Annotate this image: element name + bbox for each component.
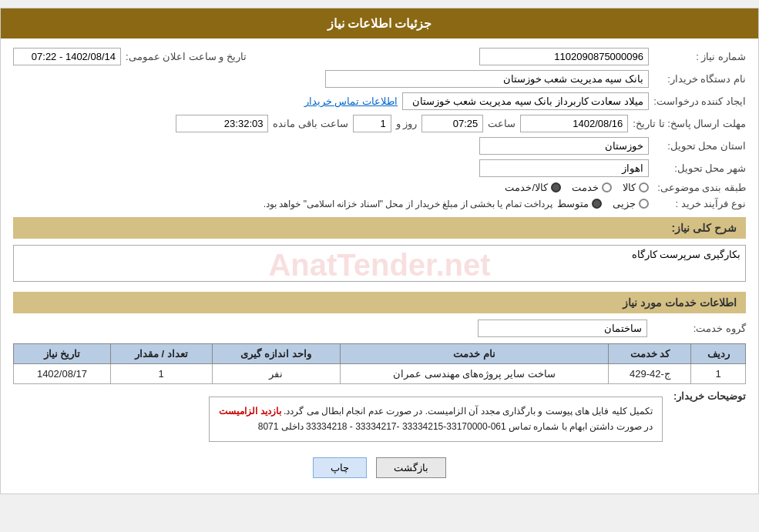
creator-input <box>402 92 649 110</box>
col-qty: تعداد / مقدار <box>110 344 212 364</box>
description-area: AnatTender.net بکارگیری سرپرست کارگاه <box>13 245 746 284</box>
remaining-time-input <box>176 115 268 132</box>
buyer-desc-bold: بازدید الزامیست <box>219 406 280 417</box>
services-section-title: اطلاعات خدمات مورد نیاز <box>13 292 746 313</box>
buyer-desc-text: تکمیل کلیه فایل های پیوست و بارگذاری مجد… <box>284 406 653 417</box>
back-button[interactable]: بازگشت <box>376 457 446 478</box>
announce-date-label: تاریخ و ساعت اعلان عمومی: <box>126 51 247 62</box>
category-option-khedmat: خدمت <box>572 182 612 193</box>
remaining-label: ساعت باقی مانده <box>273 118 348 129</box>
days-input <box>353 115 391 132</box>
buttons-row: بازگشت چاپ <box>13 457 746 478</box>
buyer-org-label: نام دستگاه خریدار: <box>653 73 746 85</box>
purchase-type-radio-group: جزیی متوسط <box>557 198 649 209</box>
creator-label: ایجاد کننده درخواست: <box>653 95 746 107</box>
buyer-desc-box: تکمیل کلیه فایل های پیوست و بارگذاری مجد… <box>209 396 663 442</box>
radio-khedmat-icon <box>602 182 612 192</box>
page-title: جزئیات اطلاعات نیاز <box>1 8 758 38</box>
purchase-jozi-label: جزیی <box>613 198 636 209</box>
buyer-org-input <box>325 70 649 88</box>
cell-unit: نفر <box>212 364 340 384</box>
col-name: نام خدمت <box>340 344 609 364</box>
need-number-input <box>479 48 649 65</box>
province-label: استان محل تحویل: <box>653 140 746 152</box>
services-table: ردیف کد خدمت نام خدمت واحد اندازه گیری ت… <box>13 343 746 384</box>
category-kala-khedmat-label: کالا/خدمت <box>505 182 548 193</box>
category-option-kala-khedmat: کالا/خدمت <box>505 182 561 193</box>
description-section-title: شرح کلی نیاز: <box>13 217 746 239</box>
category-label: طبقه بندی موضوعی: <box>653 182 746 193</box>
response-time-input <box>421 115 483 132</box>
table-row: 1 ج-42-429 ساخت سایر پروژه‌های مهندسی عم… <box>14 364 746 384</box>
purchase-type-label: نوع فرآیند خرید : <box>653 198 746 209</box>
col-date: تاریخ نیاز <box>14 344 111 364</box>
buyer-desc-row: توضیحات خریدار: تکمیل کلیه فایل های پیوس… <box>13 390 746 448</box>
purchase-type-jozi: جزیی <box>613 198 649 209</box>
purchase-type-note: پرداخت تمام یا بخشی از مبلغ خریدار از مح… <box>13 199 552 209</box>
service-group-input <box>478 320 647 337</box>
cell-name: ساخت سایر پروژه‌های مهندسی عمران <box>340 364 609 384</box>
need-number-label: شماره نیاز : <box>653 51 746 62</box>
description-textarea: بکارگیری سرپرست کارگاه <box>13 245 746 282</box>
print-button[interactable]: چاپ <box>313 457 367 478</box>
announce-date-input <box>13 48 121 65</box>
purchase-motavaset-label: متوسط <box>557 198 589 209</box>
cell-qty: 1 <box>110 364 212 384</box>
category-khedmat-label: خدمت <box>572 182 599 193</box>
col-row: ردیف <box>691 344 746 364</box>
response-date-input <box>520 115 628 132</box>
cell-date: 1402/08/17 <box>14 364 111 384</box>
category-kala-label: کالا <box>623 182 636 193</box>
city-label: شهر محل تحویل: <box>653 162 746 174</box>
response-deadline-label: مهلت ارسال پاسخ: تا تاریخ: <box>633 118 746 129</box>
cell-code: ج-42-429 <box>609 364 691 384</box>
radio-kala-khedmat-icon <box>551 182 561 192</box>
col-unit: واحد اندازه گیری <box>212 344 340 364</box>
contact-link[interactable]: اطلاعات تماس خریدار <box>304 95 398 107</box>
response-time-label: ساعت <box>488 118 516 129</box>
category-option-kala: کالا <box>623 182 649 193</box>
province-input <box>479 137 649 155</box>
buyer-desc-text2: در صورت داشتن ابهام با شماره تماس 061-33… <box>258 421 653 432</box>
category-radio-group: کالا خدمت کالا/خدمت <box>505 182 649 193</box>
buyer-desc-label: توضیحات خریدار: <box>673 390 746 402</box>
radio-motavaset-icon <box>592 199 602 209</box>
city-input <box>479 159 649 177</box>
purchase-type-motavaset: متوسط <box>557 198 602 209</box>
radio-kala-icon <box>639 182 649 192</box>
service-group-label: گروه خدمت: <box>653 323 746 334</box>
col-code: کد خدمت <box>609 344 691 364</box>
days-label: روز و <box>396 118 418 129</box>
radio-jozi-icon <box>639 199 649 209</box>
cell-row: 1 <box>691 364 746 384</box>
